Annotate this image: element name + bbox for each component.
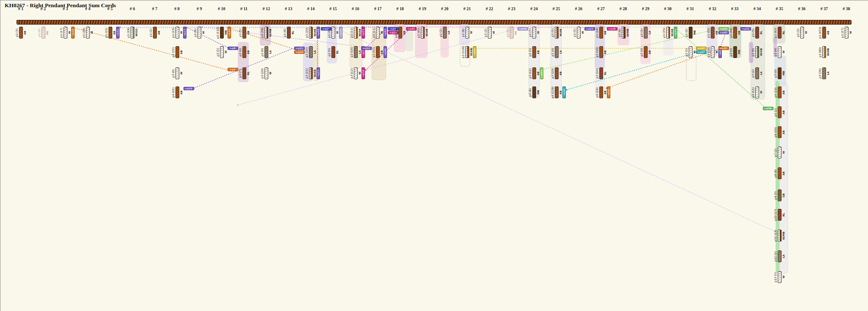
knot-band[interactable]: [175, 67, 179, 79]
sum-source-band[interactable]: →p31: [116, 27, 120, 39]
knot-band[interactable]: [354, 46, 358, 58]
knot-band[interactable]: [331, 46, 335, 58]
knot-band[interactable]: [778, 106, 782, 118]
sum-arrow-tag[interactable]: ←p37: [696, 47, 707, 50]
knot-band[interactable]: [532, 27, 536, 39]
knot-band[interactable]: [778, 209, 782, 221]
sum-arrow-tag[interactable]: ←p24: [184, 87, 194, 90]
sum-arrow-tag[interactable]: ←p52: [718, 47, 729, 50]
knot-band[interactable]: [778, 46, 782, 58]
knot-band[interactable]: [778, 126, 782, 138]
sum-arrow-tag[interactable]: ←p31: [740, 27, 751, 31]
knot-band[interactable]: [198, 27, 201, 39]
sum-arrow-tag[interactable]: ←p56: [763, 107, 773, 110]
knot-band[interactable]: [220, 27, 224, 39]
knot-band[interactable]: [800, 27, 804, 39]
knot-band[interactable]: [42, 27, 45, 39]
knot-band[interactable]: [354, 27, 358, 39]
sum-source-band[interactable]: →p61: [540, 67, 543, 79]
knot-band[interactable]: [711, 46, 715, 58]
knot-band[interactable]: [510, 27, 514, 39]
knot-band[interactable]: [488, 27, 492, 39]
knot-band[interactable]: [532, 46, 536, 58]
sum-source-band[interactable]: →p63: [384, 27, 387, 39]
knot-band[interactable]: [644, 27, 648, 39]
knot-band[interactable]: [822, 67, 826, 79]
knot-band[interactable]: [733, 27, 737, 39]
knot-band[interactable]: [845, 27, 849, 39]
knot-band[interactable]: [778, 27, 782, 39]
knot-band[interactable]: [755, 86, 759, 98]
knot-band[interactable]: [755, 27, 759, 39]
sum-source-band[interactable]: →p49: [317, 27, 320, 39]
knot-band[interactable]: [755, 67, 759, 79]
knot-band[interactable]: [622, 27, 626, 39]
knot-band[interactable]: [19, 27, 23, 39]
knot-band[interactable]: [421, 27, 425, 39]
sum-arrow-tag[interactable]: ←p11: [294, 47, 305, 50]
knot-band[interactable]: [778, 167, 782, 179]
knot-band[interactable]: [309, 46, 313, 58]
knot-band[interactable]: [778, 147, 782, 158]
knot-band[interactable]: [376, 27, 380, 39]
sum-source-band[interactable]: →p44: [384, 46, 387, 58]
knot-band[interactable]: [331, 27, 335, 39]
knot-band[interactable]: [555, 46, 559, 58]
knot-band[interactable]: [264, 27, 268, 39]
knot-band[interactable]: [822, 27, 826, 39]
knot-band[interactable]: [778, 86, 782, 98]
sum-arrow-tag[interactable]: ←p30: [406, 27, 417, 31]
knot-band[interactable]: [778, 230, 782, 242]
knot-band[interactable]: [354, 67, 358, 79]
knot-band[interactable]: [175, 86, 179, 98]
knot-band[interactable]: [175, 46, 179, 58]
knot-band[interactable]: [264, 46, 268, 58]
sum-arrow-tag[interactable]: ←p3: [228, 68, 238, 71]
knot-band[interactable]: [644, 46, 648, 58]
knot-band[interactable]: [242, 46, 246, 58]
sum-arrow-tag[interactable]: ←p42: [718, 27, 729, 31]
knot-band[interactable]: [532, 67, 536, 79]
knot-band[interactable]: [465, 46, 469, 58]
knot-band[interactable]: [822, 46, 826, 58]
sum-arrow-tag[interactable]: ←p23: [584, 27, 595, 31]
knot-band[interactable]: [666, 27, 670, 39]
sum-source-band[interactable]: →p53: [362, 27, 365, 39]
sum-source-band[interactable]: →p60: [473, 46, 476, 58]
knot-band[interactable]: [577, 27, 581, 39]
sum-source-band[interactable]: →p34: [362, 67, 365, 79]
knot-band[interactable]: [555, 67, 559, 79]
sum-source-band[interactable]: →p62: [607, 86, 610, 98]
knot-band[interactable]: [778, 250, 782, 262]
sum-arrow-tag[interactable]: ←p47: [696, 50, 707, 54]
sum-source-band[interactable]: →p18: [71, 27, 75, 39]
knot-band[interactable]: [755, 46, 759, 58]
knot-band[interactable]: [689, 46, 693, 58]
knot-band[interactable]: [242, 67, 246, 79]
knot-band[interactable]: [175, 27, 179, 39]
knot-band[interactable]: [309, 67, 313, 79]
knot-band[interactable]: [108, 27, 112, 39]
sum-source-band[interactable]: →p23: [317, 67, 320, 79]
knot-band[interactable]: [555, 27, 559, 39]
knot-band[interactable]: [778, 67, 782, 79]
sum-arrow-tag[interactable]: ←p28: [607, 27, 618, 31]
knot-band[interactable]: [599, 27, 603, 39]
sum-source-band[interactable]: →p17: [183, 27, 186, 39]
knot-band[interactable]: [599, 46, 603, 58]
knot-band[interactable]: [242, 27, 246, 39]
knot-band[interactable]: [532, 86, 536, 98]
knot-band[interactable]: [264, 67, 268, 79]
knot-band[interactable]: [309, 27, 313, 39]
sum-source-band[interactable]: →p24: [228, 27, 231, 39]
primary-cord[interactable]: [17, 20, 851, 25]
knot-band[interactable]: [733, 46, 737, 58]
knot-band[interactable]: [287, 27, 291, 39]
knot-band[interactable]: [599, 86, 603, 98]
knot-band[interactable]: [778, 189, 782, 201]
knot-band[interactable]: [778, 271, 782, 283]
sum-arrow-tag[interactable]: ←p60: [718, 31, 729, 34]
sum-source-band[interactable]: →p77: [339, 27, 342, 39]
sum-arrow-tag[interactable]: ←p8: [228, 47, 238, 50]
knot-band[interactable]: [376, 46, 380, 58]
